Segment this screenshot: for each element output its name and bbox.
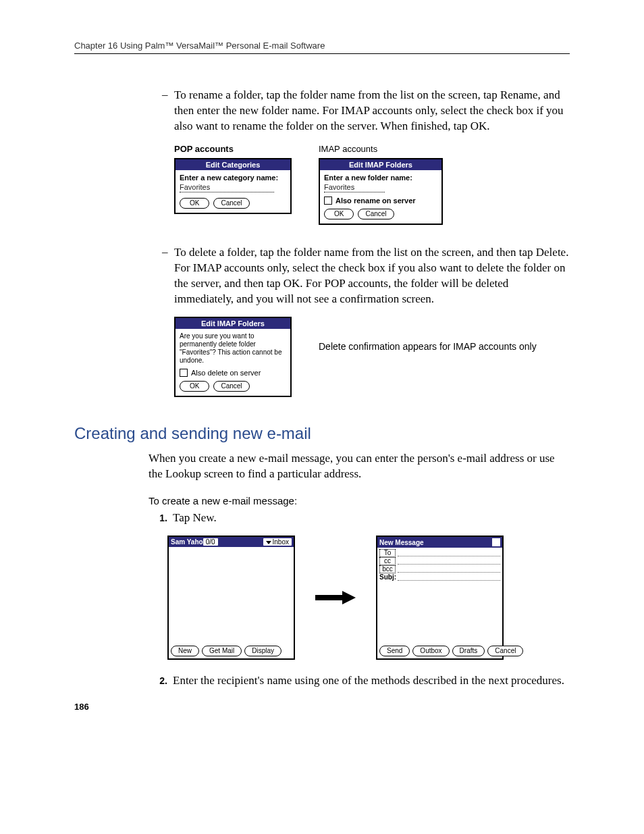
new-message-title: New Message [379,539,424,546]
imap-dialog-title: Edit IMAP Folders [320,159,441,170]
imap-caption: IMAP accounts [319,144,443,154]
bcc-field-label[interactable]: bcc [379,565,396,573]
cancel-button[interactable]: Cancel [487,646,523,656]
memo-icon[interactable] [492,538,500,546]
cc-field-label[interactable]: cc [379,557,396,565]
pop-dialog-input[interactable]: Favorites [180,183,274,192]
page-number: 186 [74,702,89,712]
get-mail-button[interactable]: Get Mail [202,646,242,656]
bullet-dash: – [162,88,174,134]
imap-cancel-button[interactable]: Cancel [358,209,394,219]
pop-caption: POP accounts [174,144,292,154]
arrow-icon [315,591,356,604]
chevron-down-icon [266,541,271,544]
delete-server-checkbox[interactable] [180,369,188,377]
drafts-button[interactable]: Drafts [452,646,485,656]
imap-ok-button[interactable]: OK [324,209,354,219]
account-name[interactable]: Sam Yaho [171,538,203,546]
bcc-field[interactable] [398,565,500,573]
bullet-dash: – [162,245,174,307]
rename-paragraph: To rename a folder, tap the folder name … [174,88,570,134]
send-button[interactable]: Send [379,646,410,656]
imap-rename-checkbox[interactable] [324,197,332,205]
inbox-screen: Sam Yaho 0/0 Inbox New Get Mail Display [167,536,295,660]
imap-check-label: Also rename on server [336,197,416,205]
step-1-text: Tap New. [173,511,217,526]
pop-dialog-title: Edit Categories [176,159,290,170]
to-field[interactable] [398,549,500,556]
new-message-screen: New Message To cc bcc Subj: [376,536,504,660]
delete-dialog-message: Are you sure you want to permanently del… [180,332,286,365]
imap-dialog-input[interactable]: Favorites [324,183,385,192]
imap-dialog-label: Enter a new folder name: [324,174,437,182]
message-count: 0/0 [203,538,218,546]
folder-selector[interactable]: Inbox [263,538,292,546]
delete-check-label: Also delete on server [191,369,261,377]
step-2-number: 2. [149,673,173,689]
chapter-header: Chapter 16 Using Palm™ VersaMail™ Person… [74,41,570,54]
subj-label: Subj: [379,573,396,581]
sub-heading: To create a new e-mail message: [149,495,570,506]
subj-field[interactable] [398,573,500,581]
new-button[interactable]: New [171,646,199,656]
step-1-number: 1. [149,511,173,526]
delete-cancel-button[interactable]: Cancel [213,381,249,392]
outbox-button[interactable]: Outbox [412,646,449,656]
pop-ok-button[interactable]: OK [180,198,209,209]
pop-dialog-label: Enter a new category name: [180,174,286,182]
cc-field[interactable] [398,557,500,565]
section-heading: Creating and sending new e-mail [74,424,570,443]
display-button[interactable]: Display [244,646,281,656]
delete-note: Delete confirmation appears for IMAP acc… [319,340,537,353]
section-paragraph: When you create a new e-mail message, yo… [149,451,570,482]
to-field-label[interactable]: To [379,549,396,557]
delete-ok-button[interactable]: OK [180,381,209,392]
pop-cancel-button[interactable]: Cancel [213,198,249,209]
step-2-text: Enter the recipient's name using one of … [173,673,564,689]
delete-paragraph: To delete a folder, tap the folder name … [174,245,570,307]
delete-dialog-title: Edit IMAP Folders [176,318,290,329]
